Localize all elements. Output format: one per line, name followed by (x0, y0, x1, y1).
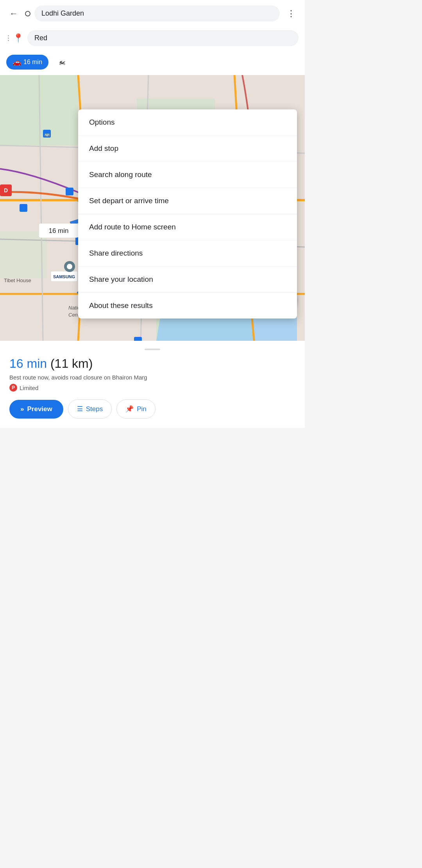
menu-item-share-dir[interactable]: Share directions (78, 240, 297, 267)
header: ← ⋮ (0, 0, 305, 26)
destination-label[interactable]: Red (27, 30, 299, 46)
transport-tabs: 🚗 16 min 🏍 (0, 52, 305, 75)
destination-row: 📍 Red (0, 26, 305, 52)
preview-arrows-icon: » (20, 405, 24, 413)
tab-moto[interactable]: 🏍 (52, 55, 72, 70)
search-input[interactable] (34, 5, 280, 21)
route-description: Best route now, avoids road closure on B… (9, 373, 295, 381)
steps-icon: ☰ (77, 405, 83, 413)
parking-badge: P (9, 384, 17, 392)
route-dots (8, 35, 9, 41)
parking-row: P Limited (9, 384, 295, 392)
car-icon: 🚗 (13, 58, 21, 66)
parking-text: Limited (20, 385, 38, 391)
dropdown-menu: Options Add stop Search along route Set … (78, 109, 297, 319)
sheet-handle (145, 349, 160, 350)
more-options-button[interactable]: ⋮ (284, 7, 299, 20)
menu-item-depart-time[interactable]: Set depart or arrive time (78, 188, 297, 214)
menu-item-add-home[interactable]: Add route to Home screen (78, 214, 297, 240)
menu-item-share-loc[interactable]: Share your location (78, 267, 297, 293)
map-area[interactable]: 🚌 16 min D SAMSUNG National Science Cent… (0, 75, 305, 341)
car-time-label: 16 min (23, 59, 42, 66)
dropdown-overlay[interactable]: Options Add stop Search along route Set … (0, 75, 305, 341)
destination-pin-icon: 📍 (13, 33, 23, 43)
back-button[interactable]: ← (6, 7, 21, 20)
menu-item-about[interactable]: About these results (78, 293, 297, 319)
tab-car[interactable]: 🚗 16 min (6, 55, 48, 70)
moto-icon: 🏍 (59, 58, 66, 66)
route-time: 16 min (11 km) (9, 356, 93, 370)
steps-button[interactable]: ☰ Steps (68, 399, 112, 419)
route-summary: 16 min (11 km) Best route now, avoids ro… (9, 356, 295, 392)
pin-button[interactable]: 📌 Pin (116, 399, 156, 419)
bottom-buttons: » Preview ☰ Steps 📌 Pin (9, 399, 295, 419)
menu-item-add-stop[interactable]: Add stop (78, 136, 297, 162)
route-distance: (11 km) (50, 356, 93, 370)
menu-item-options[interactable]: Options (78, 109, 297, 136)
preview-button[interactable]: » Preview (9, 400, 63, 419)
origin-dot (25, 11, 30, 16)
menu-item-search-along[interactable]: Search along route (78, 162, 297, 188)
pin-icon: 📌 (125, 405, 134, 413)
bottom-sheet: 16 min (11 km) Best route now, avoids ro… (0, 341, 305, 428)
